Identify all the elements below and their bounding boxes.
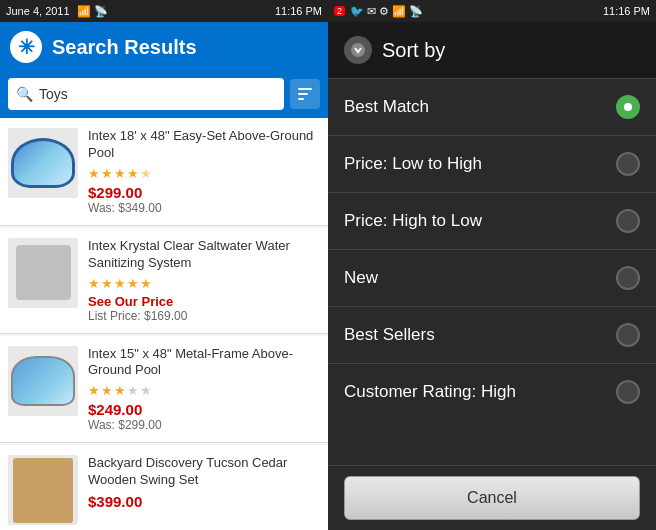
product-price-1: $299.00 bbox=[88, 184, 320, 201]
star3-2: ★ bbox=[101, 383, 113, 398]
left-status-time-area: 11:16 PM bbox=[275, 5, 322, 17]
date-text: June 4, 2011 bbox=[6, 5, 70, 17]
left-status-date: June 4, 2011 📶 📡 bbox=[6, 5, 108, 18]
sort-option-customer-rating[interactable]: Customer Rating: High bbox=[328, 364, 656, 420]
search-icon: 🔍 bbox=[16, 86, 33, 102]
svg-point-0 bbox=[351, 43, 365, 57]
settings-icon: ⚙ bbox=[379, 5, 389, 18]
product-name-3: Intex 15" x 48" Metal-Frame Above-Ground… bbox=[88, 346, 320, 380]
pool-image bbox=[11, 138, 75, 188]
mail-icon: ✉ bbox=[367, 5, 376, 18]
search-input[interactable]: Toys bbox=[39, 86, 68, 102]
product-image-4 bbox=[8, 455, 78, 525]
sort-option-best-match[interactable]: Best Match bbox=[328, 79, 656, 136]
sort-option-price-low-high[interactable]: Price: Low to High bbox=[328, 136, 656, 193]
search-bar: 🔍 Toys bbox=[0, 72, 328, 118]
product-info-1: Intex 18' x 48" Easy-Set Above-Ground Po… bbox=[88, 128, 320, 215]
sort-options-list: Best Match Price: Low to High Price: Hig… bbox=[328, 79, 656, 465]
radio-price-low-high bbox=[616, 152, 640, 176]
right-time-text: 11:16 PM bbox=[603, 5, 650, 17]
sort-title: Sort by bbox=[382, 39, 445, 62]
product-name-2: Intex Krystal Clear Saltwater Water Sani… bbox=[88, 238, 320, 272]
sort-option-label-high-low: Price: High to Low bbox=[344, 211, 482, 231]
wifi-icon-right: 📡 bbox=[409, 5, 423, 18]
list-item[interactable]: Backyard Discovery Tucson Cedar Wooden S… bbox=[0, 445, 328, 530]
star-2: ★ bbox=[101, 166, 113, 181]
sort-option-new[interactable]: New bbox=[328, 250, 656, 307]
left-panel: June 4, 2011 📶 📡 11:16 PM ✳ Search Resul… bbox=[0, 0, 328, 530]
star-4: ★ bbox=[127, 166, 139, 181]
product-info-2: Intex Krystal Clear Saltwater Water Sani… bbox=[88, 238, 320, 323]
left-header: ✳ Search Results bbox=[0, 22, 328, 72]
product-price-3: $249.00 bbox=[88, 401, 320, 418]
star-1: ★ bbox=[88, 166, 100, 181]
star2-3: ★ bbox=[114, 276, 126, 291]
search-input-wrapper[interactable]: 🔍 Toys bbox=[8, 78, 284, 110]
product-image-3 bbox=[8, 346, 78, 416]
cancel-button[interactable]: Cancel bbox=[344, 476, 640, 520]
star-3: ★ bbox=[114, 166, 126, 181]
product-info-3: Intex 15" x 48" Metal-Frame Above-Ground… bbox=[88, 346, 320, 433]
radio-best-sellers bbox=[616, 323, 640, 347]
list-item[interactable]: Intex Krystal Clear Saltwater Water Sani… bbox=[0, 228, 328, 334]
star2-4: ★ bbox=[127, 276, 139, 291]
sort-option-label-new: New bbox=[344, 268, 378, 288]
product-price-list-2: List Price: $169.00 bbox=[88, 309, 320, 323]
sort-option-best-sellers[interactable]: Best Sellers bbox=[328, 307, 656, 364]
star3-5: ★ bbox=[140, 383, 152, 398]
product-image-2 bbox=[8, 238, 78, 308]
left-status-bar: June 4, 2011 📶 📡 11:16 PM bbox=[0, 0, 328, 22]
product-price-see-2: See Our Price bbox=[88, 294, 320, 309]
sort-option-label-low-high: Price: Low to High bbox=[344, 154, 482, 174]
filter-line-1 bbox=[298, 88, 312, 90]
product-list: Intex 18' x 48" Easy-Set Above-Ground Po… bbox=[0, 118, 328, 530]
product-price-was-3: Was: $299.00 bbox=[88, 418, 320, 432]
filter-button[interactable] bbox=[290, 79, 320, 109]
star-5-half: ★ bbox=[140, 166, 152, 181]
page-title: Search Results bbox=[52, 36, 197, 59]
star3-3: ★ bbox=[114, 383, 126, 398]
sort-modal: Sort by Best Match Price: Low to High Pr… bbox=[328, 22, 656, 530]
filter-line-2 bbox=[298, 93, 308, 95]
product-info-4: Backyard Discovery Tucson Cedar Wooden S… bbox=[88, 455, 320, 510]
walmart-logo: ✳ bbox=[10, 31, 42, 63]
twitter-icon: 🐦 bbox=[350, 5, 364, 18]
sort-chevron-icon bbox=[350, 42, 366, 58]
right-panel: 2 🐦 ✉ ⚙ 📶 📡 11:16 PM So bbox=[328, 0, 656, 530]
right-status-icons: 2 🐦 ✉ ⚙ 📶 📡 bbox=[334, 5, 423, 18]
sort-header: Sort by bbox=[328, 22, 656, 79]
sort-option-label-best-sellers: Best Sellers bbox=[344, 325, 435, 345]
product-price-4: $399.00 bbox=[88, 493, 320, 510]
star3-1: ★ bbox=[88, 383, 100, 398]
filter-lines-icon bbox=[298, 88, 312, 100]
radio-price-high-low bbox=[616, 209, 640, 233]
product-price-was-1: Was: $349.00 bbox=[88, 201, 320, 215]
star3-4: ★ bbox=[127, 383, 139, 398]
sort-icon bbox=[344, 36, 372, 64]
radio-customer-rating bbox=[616, 380, 640, 404]
signal-icon-right: 📶 bbox=[392, 5, 406, 18]
radio-new bbox=[616, 266, 640, 290]
left-time-text: 11:16 PM bbox=[275, 5, 322, 17]
list-item[interactable]: Intex 15" x 48" Metal-Frame Above-Ground… bbox=[0, 336, 328, 444]
filter-line-3 bbox=[298, 98, 304, 100]
product-stars-1: ★ ★ ★ ★ ★ bbox=[88, 166, 320, 181]
star2-2: ★ bbox=[101, 276, 113, 291]
right-status-time-area: 11:16 PM bbox=[603, 5, 650, 17]
product-name-4: Backyard Discovery Tucson Cedar Wooden S… bbox=[88, 455, 320, 489]
product-image-1 bbox=[8, 128, 78, 198]
cancel-btn-row: Cancel bbox=[328, 465, 656, 530]
wifi-icon: 📡 bbox=[94, 5, 108, 18]
list-item[interactable]: Intex 18' x 48" Easy-Set Above-Ground Po… bbox=[0, 118, 328, 226]
star2-1: ★ bbox=[88, 276, 100, 291]
signal-icon: 📶 bbox=[77, 5, 91, 18]
product-name-1: Intex 18' x 48" Easy-Set Above-Ground Po… bbox=[88, 128, 320, 162]
product-stars-2: ★ ★ ★ ★ ★ bbox=[88, 276, 320, 291]
metal-pool-image bbox=[11, 356, 75, 406]
product-stars-3: ★ ★ ★ ★ ★ bbox=[88, 383, 320, 398]
radio-dot-best-match bbox=[624, 103, 632, 111]
sort-option-label-customer-rating: Customer Rating: High bbox=[344, 382, 516, 402]
sort-option-label-best-match: Best Match bbox=[344, 97, 429, 117]
pump-image bbox=[16, 245, 71, 300]
sort-option-price-high-low[interactable]: Price: High to Low bbox=[328, 193, 656, 250]
